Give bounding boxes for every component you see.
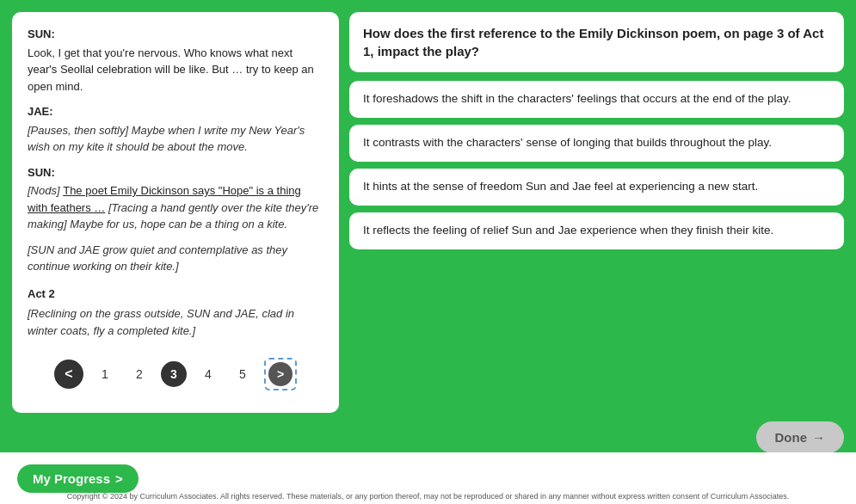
pagination-bar: < 1 2 3 4 5 > [28, 351, 323, 397]
done-label: Done [775, 430, 808, 445]
page-2-button[interactable]: 2 [126, 361, 152, 387]
answer-option-c[interactable]: It hints at the sense of freedom Sun and… [349, 169, 844, 206]
page-5-button[interactable]: 5 [230, 361, 256, 387]
done-button[interactable]: Done → [756, 421, 845, 453]
speech-sun-2: [Nods] The poet Emily Dickinson says "Ho… [28, 182, 323, 233]
answer-option-d[interactable]: It reflects the feeling of relief Sun an… [349, 212, 844, 249]
bottom-bar: My Progress > Copyright © 2024 by Curric… [0, 452, 856, 504]
prev-page-button[interactable]: < [54, 360, 83, 389]
stage-act2: [Reclining on the grass outside, SUN and… [28, 305, 323, 339]
act-2-heading: Act 2 [28, 286, 323, 303]
done-arrow: → [812, 430, 825, 445]
stage-jae-1: [Pauses, then softly] Maybe when I write… [28, 122, 323, 156]
passage-panel: SUN: Look, I get that you're nervous. Wh… [12, 12, 339, 413]
my-progress-arrow: > [115, 471, 123, 486]
answer-option-b[interactable]: It contrasts with the characters' sense … [349, 125, 844, 162]
stage-sun-2a: [Nods] [28, 184, 63, 197]
next-page-button[interactable]: > [268, 362, 293, 386]
page-3-button[interactable]: 3 [161, 361, 187, 387]
my-progress-label: My Progress [33, 471, 110, 486]
speaker-sun-1: SUN: [28, 26, 323, 43]
copyright-text: Copyright © 2024 by Curriculum Associate… [0, 492, 856, 501]
question-text: How does the first reference to the Emil… [349, 12, 844, 72]
speaker-jae-1: JAE: [28, 103, 323, 120]
done-area: Done → [0, 413, 856, 453]
answer-option-a[interactable]: It foreshadows the shift in the characte… [349, 81, 844, 118]
stage-direction-quiet: [SUN and JAE grow quiet and contemplativ… [28, 242, 323, 275]
main-content: SUN: Look, I get that you're nervous. Wh… [0, 0, 856, 413]
page-4-button[interactable]: 4 [195, 361, 221, 387]
speech-sun-1: Look, I get that you're nervous. Who kno… [28, 45, 323, 95]
next-page-box: > [264, 358, 297, 390]
question-panel: How does the first reference to the Emil… [349, 12, 844, 413]
speaker-sun-2: SUN: [28, 164, 323, 181]
my-progress-button[interactable]: My Progress > [17, 464, 139, 493]
page-1-button[interactable]: 1 [92, 361, 118, 387]
